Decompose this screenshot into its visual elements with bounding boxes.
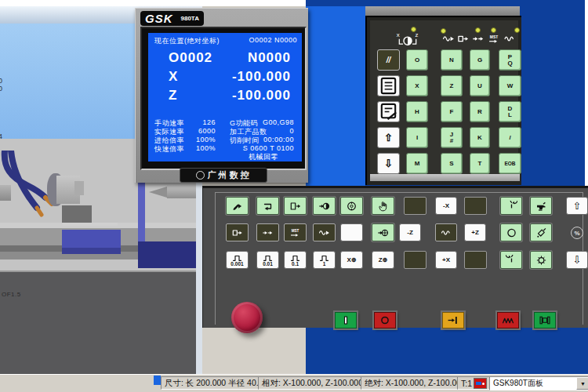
single-block-button[interactable]: [226, 223, 249, 241]
maker-name: 广州数控: [208, 169, 252, 181]
scene-base: [0, 270, 202, 375]
jog-minus-x-button[interactable]: -X: [435, 197, 457, 215]
thread-button[interactable]: [497, 312, 519, 328]
key-S[interactable]: S: [441, 153, 463, 174]
tool-change-button[interactable]: [530, 251, 552, 269]
info-value: 100%: [192, 136, 216, 143]
program-page-key[interactable]: [377, 75, 400, 96]
tailstock-button[interactable]: [442, 312, 464, 328]
keypad-body: xz MST // ⇧ ⇩ O N G P Q X Z U W: [365, 16, 521, 185]
dry-run-button[interactable]: [313, 223, 336, 241]
status-size-field: 尺寸: 长 200.000 半径 40.000: [161, 376, 263, 390]
key-H[interactable]: H: [406, 101, 428, 122]
axis-select-z-button[interactable]: Z⊕: [372, 251, 394, 269]
key-I[interactable]: I: [406, 127, 428, 148]
key-N[interactable]: N: [441, 49, 463, 71]
key-slash[interactable]: /: [499, 127, 521, 148]
override-up-button[interactable]: ⇧: [566, 197, 588, 215]
operation-mode-text: 机械回零: [249, 152, 278, 162]
step-1-button[interactable]: 1: [313, 251, 336, 269]
keypad-bottom-strip: [370, 174, 520, 181]
keypad-top-band: [365, 6, 520, 16]
slash-key[interactable]: //: [377, 49, 400, 71]
jog-plus-x-button[interactable]: +X: [435, 251, 457, 269]
crt-bezel: 现在位置(绝对坐标) O0002 N0000 O0002 N0000 X -10…: [140, 27, 307, 170]
mode-auto-button[interactable]: [256, 197, 279, 215]
override-down-button[interactable]: ⇩: [566, 251, 588, 269]
screen-title: 现在位置(绝对坐标): [154, 36, 220, 46]
step-001-button[interactable]: 0.01: [256, 251, 279, 269]
jog-blank: [404, 251, 426, 269]
key-Z[interactable]: Z: [441, 75, 463, 96]
key-DL[interactable]: D L: [499, 101, 521, 122]
coolant-button[interactable]: [530, 197, 552, 215]
jog-minus-z-button[interactable]: -Z: [399, 223, 421, 241]
spindle-stop-button[interactable]: [500, 223, 522, 241]
key-W[interactable]: W: [499, 75, 521, 96]
key-M[interactable]: M: [406, 153, 428, 174]
single-block-indicator-icon: [456, 33, 470, 45]
mode-edit-button[interactable]: [226, 197, 249, 215]
gsk-logo: GSK 980TA: [140, 11, 204, 26]
machine-operation-panel: MST 0.001 0.01 0.1 1 X⊕ Z⊕ -X -Z +Z +X: [202, 186, 588, 328]
step-0001-button[interactable]: 0.001: [226, 251, 249, 269]
spindle-cw-button[interactable]: [500, 197, 522, 215]
tailstock-center-tip: [149, 187, 167, 198]
rapid-traverse-button[interactable]: [435, 223, 457, 241]
mode-handwheel-button[interactable]: [340, 197, 363, 215]
mode-machine-zero-button[interactable]: [313, 197, 336, 215]
key-EOB[interactable]: EOB: [499, 153, 521, 174]
lubrication-button[interactable]: [530, 223, 552, 241]
feed-hold-button[interactable]: [374, 312, 396, 328]
panel-select-dropdown[interactable]: GSK980T面板 ▼: [489, 376, 588, 390]
info-value: 00:00:00: [263, 136, 294, 143]
axis-select-x-button[interactable]: X⊕: [340, 251, 363, 269]
mode-manual-button[interactable]: [372, 197, 394, 215]
tailstock-base: [138, 241, 198, 268]
key-F[interactable]: F: [441, 101, 463, 122]
key-X[interactable]: X: [406, 75, 428, 96]
skip-button[interactable]: [256, 223, 279, 241]
svg-text:MST: MST: [292, 229, 299, 233]
indicator-led: [475, 27, 481, 33]
info-value: 126: [192, 118, 216, 126]
tool-icon: [474, 378, 487, 389]
svg-text:z: z: [415, 31, 418, 38]
key-G[interactable]: G: [470, 49, 490, 71]
dropdown-arrow-icon[interactable]: ▼: [576, 377, 588, 390]
brand-text: GSK: [145, 12, 173, 25]
step-label: 0.01: [263, 262, 273, 267]
key-PQ[interactable]: P Q: [499, 49, 521, 71]
key-K[interactable]: K: [470, 127, 490, 148]
key-J[interactable]: J #: [441, 127, 463, 148]
dry-run-indicator-icon: [442, 33, 455, 45]
crt-screen: 现在位置(绝对坐标) O0002 N0000 O0002 N0000 X -10…: [148, 33, 302, 162]
tailstock-quill: [167, 185, 198, 198]
step-01-button[interactable]: 0.1: [284, 251, 307, 269]
jog-plus-z-button[interactable]: +Z: [464, 223, 486, 241]
blank-button[interactable]: [340, 223, 363, 241]
edit-page-key[interactable]: [377, 101, 400, 122]
program-zero-button[interactable]: [372, 223, 394, 241]
mode-mdi-button[interactable]: [284, 197, 307, 215]
mst-lock-button[interactable]: MST: [284, 223, 307, 241]
pulse-icon: [319, 254, 329, 262]
key-R[interactable]: R: [470, 101, 490, 122]
cursor-up-key[interactable]: ⇧: [377, 127, 400, 148]
scene-label: OF1.5: [2, 291, 21, 298]
key-T[interactable]: T: [470, 153, 490, 174]
cursor-down-key[interactable]: ⇩: [377, 153, 400, 174]
spindle-ccw-button[interactable]: [500, 251, 522, 269]
pulse-icon: [232, 254, 242, 262]
sequence-number: N0000: [248, 50, 291, 66]
key-O[interactable]: O: [406, 49, 428, 71]
carriage-base: [62, 248, 121, 254]
maker-logo-icon: [196, 171, 205, 180]
spindle-tool-status: S 0600 T 0100: [243, 144, 294, 152]
key-U[interactable]: U: [470, 75, 490, 96]
emergency-stop-button[interactable]: [231, 302, 263, 333]
chuck-button[interactable]: [534, 312, 556, 328]
screen-program-header: O0002 N0000: [249, 36, 297, 44]
cycle-start-button[interactable]: [335, 312, 357, 328]
maker-badge: 广州数控: [180, 168, 267, 183]
